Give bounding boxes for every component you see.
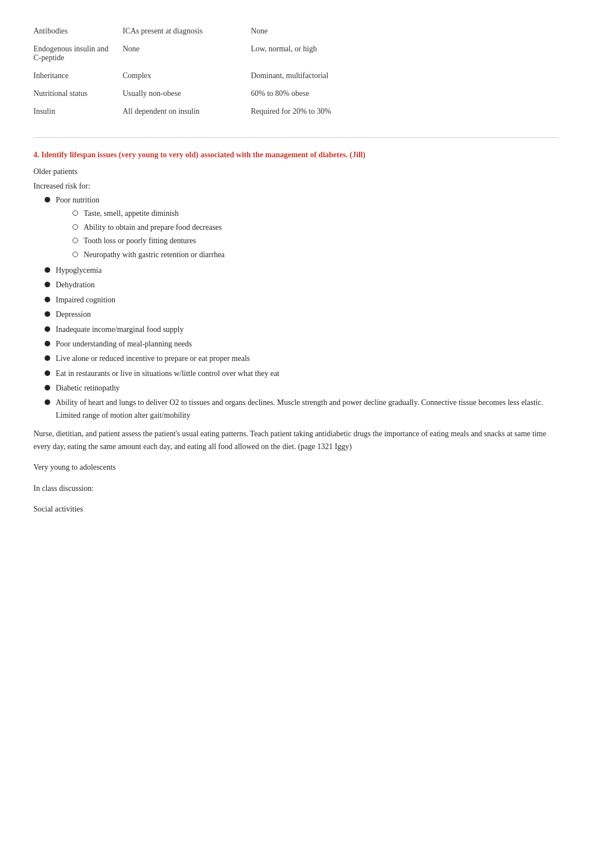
- bullet-dot-icon: [45, 197, 50, 202]
- data-table: AntibodiesICAs present at diagnosisNoneE…: [33, 22, 559, 120]
- list-item-content: Hypoglycemia: [56, 264, 101, 277]
- very-young-label: Very young to adolescents: [33, 461, 559, 474]
- list-item-text: Inadequate income/marginal food supply: [56, 325, 184, 334]
- table-cell: Required for 20% to 30%: [251, 103, 559, 120]
- list-item-text: Poor understanding of meal-planning need…: [56, 340, 192, 348]
- bullet-dot-icon: [45, 385, 50, 390]
- circle-dot-icon: [72, 210, 78, 216]
- list-item: Eat in restaurants or live in situations…: [45, 368, 559, 380]
- list-item-content: Ability of heart and lungs to deliver O2…: [56, 397, 559, 422]
- older-patients-label: Older patients: [33, 167, 559, 176]
- comparison-table: AntibodiesICAs present at diagnosisNoneE…: [33, 22, 559, 120]
- list-item: Dehydration: [45, 279, 559, 291]
- increased-risk-label: Increased risk for:: [33, 182, 559, 191]
- table-cell: Antibodies: [33, 22, 123, 40]
- list-item-text: Impaired cognition: [56, 296, 115, 304]
- sub-list-item: Taste, smell, appetite diminish: [72, 208, 225, 220]
- table-row: InheritanceComplexDominant, multifactori…: [33, 67, 559, 85]
- circle-dot-icon: [72, 224, 78, 230]
- bullet-dot-icon: [45, 267, 50, 273]
- list-item-text: Hypoglycemia: [56, 266, 101, 274]
- sub-list-item: Neuropathy with gastric retention or dia…: [72, 249, 225, 261]
- bullet-dot-icon: [45, 370, 50, 376]
- table-cell: Inheritance: [33, 67, 123, 85]
- list-item-text: Poor nutrition: [56, 196, 99, 204]
- list-item-text: Dehydration: [56, 281, 95, 289]
- table-row: Endogenous insulin and C-peptideNoneLow,…: [33, 40, 559, 67]
- sub-list-item: Tooth loss or poorly fitting dentures: [72, 235, 225, 247]
- list-item-content: Depression: [56, 308, 91, 321]
- list-item: Inadequate income/marginal food supply: [45, 324, 559, 336]
- list-item-content: Live alone or reduced incentive to prepa…: [56, 353, 250, 365]
- list-item-text: Diabetic retinopathy: [56, 384, 120, 392]
- table-cell: Nutritional status: [33, 85, 123, 103]
- in-class-label: In class discussion:: [33, 482, 559, 495]
- table-cell: None: [123, 40, 251, 67]
- bullet-dot-icon: [45, 297, 50, 302]
- list-item-content: Diabetic retinopathy: [56, 382, 120, 394]
- table-row: InsulinAll dependent on insulinRequired …: [33, 103, 559, 120]
- bullet-dot-icon: [45, 282, 50, 287]
- circle-dot-icon: [72, 252, 78, 257]
- list-item-content: Impaired cognition: [56, 294, 115, 306]
- paragraph-1: Nurse, dietitian, and patient assess the…: [33, 427, 559, 453]
- circle-dot-icon: [72, 238, 78, 243]
- table-cell: Usually non-obese: [123, 85, 251, 103]
- table-row: AntibodiesICAs present at diagnosisNone: [33, 22, 559, 40]
- bullet-dot-icon: [45, 341, 50, 346]
- table-cell: Dominant, multifactorial: [251, 67, 559, 85]
- list-item: Depression: [45, 308, 559, 321]
- social-label: Social activities: [33, 503, 559, 515]
- list-item-text: Depression: [56, 310, 91, 319]
- list-item: Live alone or reduced incentive to prepa…: [45, 353, 559, 365]
- list-item: Poor understanding of meal-planning need…: [45, 338, 559, 350]
- list-item: Diabetic retinopathy: [45, 382, 559, 394]
- list-item: Hypoglycemia: [45, 264, 559, 277]
- list-item-content: Inadequate income/marginal food supply: [56, 324, 184, 336]
- sub-list-item-text: Neuropathy with gastric retention or dia…: [84, 249, 225, 261]
- table-row: Nutritional statusUsually non-obese60% t…: [33, 85, 559, 103]
- section-4-heading: 4. Identify lifespan issues (very young …: [33, 149, 559, 161]
- bullet-dot-icon: [45, 311, 50, 317]
- list-item: Poor nutritionTaste, smell, appetite dim…: [45, 194, 559, 262]
- list-item: Ability of heart and lungs to deliver O2…: [45, 397, 559, 422]
- list-item: Impaired cognition: [45, 294, 559, 306]
- table-cell: All dependent on insulin: [123, 103, 251, 120]
- table-cell: Complex: [123, 67, 251, 85]
- list-item-content: Dehydration: [56, 279, 95, 291]
- list-item-content: Eat in restaurants or live in situations…: [56, 368, 279, 380]
- table-cell: None: [251, 22, 559, 40]
- sub-list: Taste, smell, appetite diminishAbility t…: [72, 208, 225, 261]
- sub-list-item-text: Tooth loss or poorly fitting dentures: [84, 235, 196, 247]
- bullet-dot-icon: [45, 355, 50, 361]
- risk-list: Poor nutritionTaste, smell, appetite dim…: [45, 194, 559, 422]
- sub-list-item: Ability to obtain and prepare food decre…: [72, 221, 225, 234]
- table-cell: ICAs present at diagnosis: [123, 22, 251, 40]
- bullet-dot-icon: [45, 326, 50, 332]
- table-cell: Endogenous insulin and C-peptide: [33, 40, 123, 67]
- sub-list-item-text: Taste, smell, appetite diminish: [84, 208, 179, 220]
- section-divider: [33, 137, 559, 138]
- section-4: 4. Identify lifespan issues (very young …: [33, 149, 559, 515]
- table-cell: Low, normal, or high: [251, 40, 559, 67]
- table-cell: 60% to 80% obese: [251, 85, 559, 103]
- bullet-dot-icon: [45, 399, 50, 405]
- list-item-text: Eat in restaurants or live in situations…: [56, 369, 279, 378]
- list-item-content: Poor nutritionTaste, smell, appetite dim…: [56, 194, 225, 262]
- sub-list-item-text: Ability to obtain and prepare food decre…: [84, 221, 222, 234]
- list-item-text: Live alone or reduced incentive to prepa…: [56, 354, 250, 363]
- list-item-text: Ability of heart and lungs to deliver O2…: [56, 398, 543, 419]
- table-cell: Insulin: [33, 103, 123, 120]
- list-item-content: Poor understanding of meal-planning need…: [56, 338, 192, 350]
